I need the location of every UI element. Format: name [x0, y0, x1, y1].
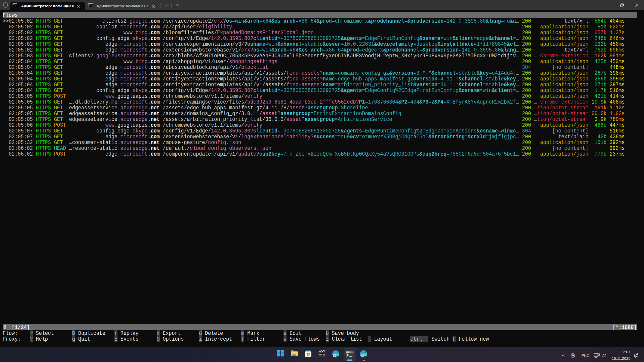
svg-text:C:\: C:\	[13, 4, 16, 6]
svg-text:C:\: C:\	[89, 4, 92, 6]
svg-text:MPC BE: MPC BE	[319, 354, 325, 356]
svg-text:z: z	[637, 353, 638, 355]
svg-text:z: z	[635, 354, 636, 356]
